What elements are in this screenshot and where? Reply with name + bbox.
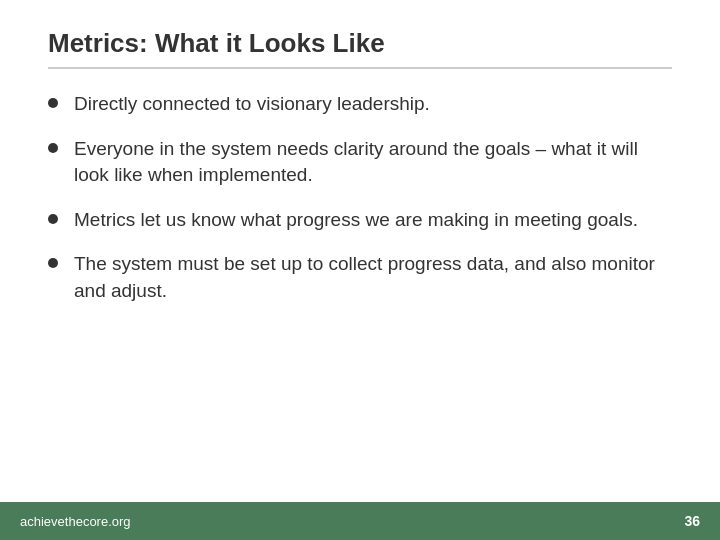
title-section: Metrics: What it Looks Like	[48, 28, 672, 69]
bullet-dot-2	[48, 143, 58, 153]
bullet-item-4: The system must be set up to collect pro…	[48, 251, 672, 304]
bullet-list: Directly connected to visionary leadersh…	[48, 91, 672, 305]
main-content: Metrics: What it Looks Like Directly con…	[0, 0, 720, 540]
bullet-dot-3	[48, 214, 58, 224]
bullet-item-2: Everyone in the system needs clarity aro…	[48, 136, 672, 189]
bullet-text-3: Metrics let us know what progress we are…	[74, 207, 672, 234]
bullet-item-1: Directly connected to visionary leadersh…	[48, 91, 672, 118]
footer: achievethecore.org 36	[0, 502, 720, 540]
bullet-dot-4	[48, 258, 58, 268]
slide: Metrics: What it Looks Like Directly con…	[0, 0, 720, 540]
bullet-text-2: Everyone in the system needs clarity aro…	[74, 136, 672, 189]
footer-url: achievethecore.org	[20, 514, 131, 529]
footer-page-number: 36	[684, 513, 700, 529]
bullet-item-3: Metrics let us know what progress we are…	[48, 207, 672, 234]
bullet-text-4: The system must be set up to collect pro…	[74, 251, 672, 304]
bullet-text-1: Directly connected to visionary leadersh…	[74, 91, 672, 118]
slide-title: Metrics: What it Looks Like	[48, 28, 672, 69]
bullet-dot-1	[48, 98, 58, 108]
